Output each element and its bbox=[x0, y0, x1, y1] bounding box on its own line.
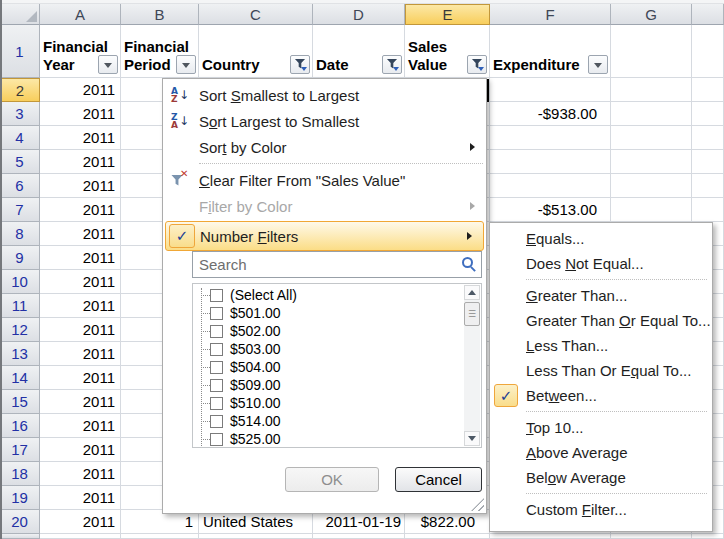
header-cell-a[interactable]: Financial Year bbox=[40, 25, 121, 78]
row-header-12[interactable]: 12 bbox=[0, 318, 40, 342]
row-header-8[interactable]: 8 bbox=[0, 222, 40, 246]
menu-item-filter-by-color[interactable]: Filter by Color bbox=[163, 193, 486, 219]
cell-g6[interactable] bbox=[611, 174, 692, 198]
submenu-item-below-average[interactable]: Below Average bbox=[490, 465, 712, 490]
cell-a6[interactable]: 2011 bbox=[40, 174, 121, 198]
checkbox-icon[interactable] bbox=[210, 397, 223, 410]
submenu-item-above-average[interactable]: Above Average bbox=[490, 440, 712, 465]
submenu-item-less-than[interactable]: Less Than... bbox=[490, 333, 712, 358]
header-cell-d[interactable]: Date bbox=[313, 25, 405, 78]
cell-a4[interactable]: 2011 bbox=[40, 126, 121, 150]
cell-a16[interactable]: 2011 bbox=[40, 414, 121, 438]
col-header-g[interactable]: G bbox=[611, 4, 692, 25]
row-header-7[interactable]: 7 bbox=[0, 198, 40, 222]
cell-f6[interactable] bbox=[490, 174, 611, 198]
cell-g7[interactable] bbox=[611, 198, 692, 222]
checkbox-icon[interactable] bbox=[210, 433, 223, 446]
filter-value-row-509-00[interactable]: $509.00 bbox=[193, 376, 481, 394]
col-header-b[interactable]: B bbox=[121, 4, 199, 25]
cell-a18[interactable]: 2011 bbox=[40, 462, 121, 486]
menu-item-clear-filter-from-sales-value[interactable]: ✕Clear Filter From "Sales Value" bbox=[163, 167, 486, 193]
filter-button-date[interactable] bbox=[382, 55, 402, 74]
row-header-14[interactable]: 14 bbox=[0, 366, 40, 390]
filter-value-row-525-00[interactable]: $525.00 bbox=[193, 430, 481, 448]
cell-a2[interactable]: 2011 bbox=[40, 78, 121, 102]
cell-a3[interactable]: 2011 bbox=[40, 102, 121, 126]
resize-grip[interactable] bbox=[471, 498, 484, 511]
row-header-18[interactable]: 18 bbox=[0, 462, 40, 486]
submenu-item-top-10[interactable]: Top 10... bbox=[490, 415, 712, 440]
row-header-17[interactable]: 17 bbox=[0, 438, 40, 462]
cell-f2[interactable] bbox=[490, 78, 611, 102]
cell-a13[interactable]: 2011 bbox=[40, 342, 121, 366]
row-header-5[interactable]: 5 bbox=[0, 150, 40, 174]
scroll-down-button[interactable] bbox=[464, 431, 480, 446]
submenu-item-greater-than-or-equal-to[interactable]: Greater Than Or Equal To... bbox=[490, 308, 712, 333]
cell-f4[interactable] bbox=[490, 126, 611, 150]
row-header-9[interactable]: 9 bbox=[0, 246, 40, 270]
filter-value-row-503-00[interactable]: $503.00 bbox=[193, 340, 481, 358]
col-header-c[interactable]: C bbox=[199, 4, 313, 25]
checkbox-icon[interactable] bbox=[210, 325, 223, 338]
scrollbar-thumb[interactable]: ☰ bbox=[464, 302, 480, 326]
cell-partial[interactable] bbox=[692, 102, 724, 126]
cell-a15[interactable]: 2011 bbox=[40, 390, 121, 414]
row-header-19[interactable]: 19 bbox=[0, 486, 40, 510]
submenu-item-does-not-equal[interactable]: Does Not Equal... bbox=[490, 251, 712, 276]
checkbox-icon[interactable] bbox=[210, 361, 223, 374]
cell-a7[interactable]: 2011 bbox=[40, 198, 121, 222]
checkbox-icon[interactable] bbox=[210, 379, 223, 392]
header-cell-g[interactable] bbox=[611, 25, 692, 78]
checkbox-icon[interactable] bbox=[210, 343, 223, 356]
search-input[interactable] bbox=[192, 251, 482, 278]
cell-f3[interactable]: -$938.00 bbox=[490, 102, 611, 126]
submenu-item-greater-than[interactable]: Greater Than... bbox=[490, 283, 712, 308]
filter-value-row-502-00[interactable]: $502.00 bbox=[193, 322, 481, 340]
row-header-13[interactable]: 13 bbox=[0, 342, 40, 366]
cell-a14[interactable]: 2011 bbox=[40, 366, 121, 390]
menu-item-number-filters[interactable]: ✓Number Filters bbox=[165, 221, 484, 251]
checkbox-icon[interactable] bbox=[210, 415, 223, 428]
cell-partial[interactable] bbox=[692, 174, 724, 198]
menu-item-sort-smallest-to-largest[interactable]: AZ↓Sort Smallest to Largest bbox=[163, 82, 486, 108]
filter-value-row-514-00[interactable]: $514.00 bbox=[193, 412, 481, 430]
ok-button[interactable]: OK bbox=[285, 467, 379, 492]
col-header-e[interactable]: E bbox=[405, 4, 490, 25]
cell-a8[interactable]: 2011 bbox=[40, 222, 121, 246]
cell-f7[interactable]: -$513.00 bbox=[490, 198, 611, 222]
header-cell-f[interactable]: Expenditure bbox=[490, 25, 611, 78]
filter-value-row-select-all[interactable]: (Select All) bbox=[193, 286, 481, 304]
filter-value-row-501-00[interactable]: $501.00 bbox=[193, 304, 481, 322]
submenu-item-less-than-or-equal-to[interactable]: Less Than Or Equal To... bbox=[490, 358, 712, 383]
cell-a9[interactable]: 2011 bbox=[40, 246, 121, 270]
filter-button-financial-period[interactable] bbox=[176, 55, 196, 74]
cell-g5[interactable] bbox=[611, 150, 692, 174]
cell-a5[interactable]: 2011 bbox=[40, 150, 121, 174]
cell-partial[interactable] bbox=[692, 150, 724, 174]
filter-button-sales-value[interactable] bbox=[467, 55, 487, 74]
row-header-11[interactable]: 11 bbox=[0, 294, 40, 318]
checkbox-icon[interactable] bbox=[210, 307, 223, 320]
filter-button-expenditure[interactable] bbox=[588, 55, 608, 74]
filter-value-row-510-00[interactable]: $510.00 bbox=[193, 394, 481, 412]
cell-a12[interactable]: 2011 bbox=[40, 318, 121, 342]
cell-partial[interactable] bbox=[692, 198, 724, 222]
submenu-item-between[interactable]: ✓Between... bbox=[490, 383, 712, 408]
filter-button-country[interactable] bbox=[290, 55, 310, 74]
cancel-button[interactable]: Cancel bbox=[395, 467, 482, 492]
cell-a19[interactable]: 2011 bbox=[40, 486, 121, 510]
row-header-10[interactable]: 10 bbox=[0, 270, 40, 294]
submenu-item-equals[interactable]: Equals... bbox=[490, 226, 712, 251]
header-cell-b[interactable]: Financial Period bbox=[121, 25, 199, 78]
cell-g4[interactable] bbox=[611, 126, 692, 150]
scroll-up-button[interactable] bbox=[464, 285, 480, 300]
list-scrollbar[interactable]: ☰ bbox=[464, 285, 480, 446]
search-icon[interactable] bbox=[462, 257, 473, 268]
row-header-1[interactable]: 1 bbox=[0, 25, 40, 78]
header-cell-c[interactable]: Country bbox=[199, 25, 313, 78]
cell-partial[interactable] bbox=[692, 126, 724, 150]
row-header-16[interactable]: 16 bbox=[0, 414, 40, 438]
submenu-item-custom-filter[interactable]: Custom Filter... bbox=[490, 497, 712, 522]
filter-value-row-504-00[interactable]: $504.00 bbox=[193, 358, 481, 376]
row-header-2[interactable]: 2 bbox=[0, 78, 40, 102]
